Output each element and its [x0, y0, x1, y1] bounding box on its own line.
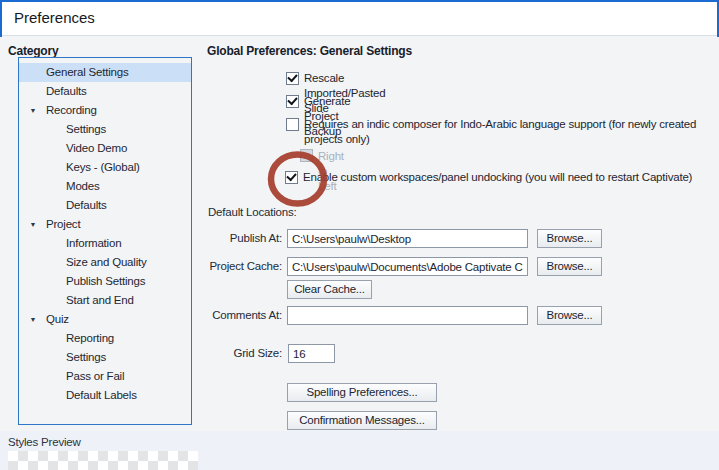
confirmation-messages-button[interactable]: Confirmation Messages... [287, 411, 437, 430]
project-cache-input[interactable] [287, 257, 528, 276]
category-item-settings[interactable]: Settings [19, 120, 191, 139]
category-item-label: Modes [66, 177, 100, 196]
category-header: Category [8, 44, 58, 58]
comments-at-input[interactable] [287, 306, 528, 325]
category-item-defaults[interactable]: Defaults [19, 196, 191, 215]
category-item-label: General Settings [46, 63, 128, 82]
category-item-pass-or-fail[interactable]: Pass or Fail [19, 367, 191, 386]
category-item-label: Defaults [46, 82, 87, 101]
category-item-general-settings[interactable]: General Settings [19, 63, 191, 82]
category-item-video-demo[interactable]: Video Demo [19, 139, 191, 158]
category-item-default-labels[interactable]: Default Labels [19, 386, 191, 405]
category-item-defaults[interactable]: Defaults [19, 82, 191, 101]
right-to-left-checkbox [300, 149, 313, 162]
expander-triangle-icon[interactable]: ▼ [26, 215, 40, 234]
project-cache-label: Project Cache: [190, 260, 282, 272]
category-item-label: Information [66, 234, 121, 253]
category-item-recording[interactable]: ▼Recording [19, 101, 191, 120]
category-item-start-and-end[interactable]: Start and End [19, 291, 191, 310]
expander-triangle-icon[interactable]: ▼ [26, 101, 40, 120]
preferences-dialog: Preferences Category General SettingsDef… [0, 0, 719, 470]
category-item-information[interactable]: Information [19, 234, 191, 253]
category-item-label: Quiz [46, 310, 69, 329]
category-item-keys-global[interactable]: Keys - (Global) [19, 158, 191, 177]
category-item-label: Recording [46, 101, 97, 120]
default-locations-label: Default Locations: [208, 206, 296, 218]
category-item-label: Project [46, 215, 80, 234]
category-list: General SettingsDefaults▼RecordingSettin… [18, 57, 192, 425]
rescale-imported-checkbox[interactable] [286, 72, 299, 85]
comments-at-label: Comments At: [190, 309, 282, 321]
checkbox-label: Enable custom workspaces/panel undocking… [303, 170, 692, 185]
dialog-title: Preferences [14, 9, 95, 26]
category-item-label: Defaults [66, 196, 107, 215]
category-item-label: Pass or Fail [66, 367, 124, 386]
expander-triangle-icon[interactable]: ▼ [26, 310, 40, 329]
grid-size-label: Grid Size: [190, 347, 282, 359]
category-item-settings[interactable]: Settings [19, 348, 191, 367]
project-cache-browse-button[interactable]: Browse... [537, 257, 602, 276]
indic-composer-checkbox[interactable] [286, 118, 299, 131]
category-item-label: Settings [66, 120, 106, 139]
category-item-quiz[interactable]: ▼Quiz [19, 310, 191, 329]
publish-at-browse-button[interactable]: Browse... [537, 229, 602, 248]
category-item-project[interactable]: ▼Project [19, 215, 191, 234]
category-item-modes[interactable]: Modes [19, 177, 191, 196]
category-item-label: Settings [66, 348, 106, 367]
enable-custom-workspaces-checkbox[interactable] [285, 171, 298, 184]
category-item-publish-settings[interactable]: Publish Settings [19, 272, 191, 291]
category-item-label: Publish Settings [66, 272, 145, 291]
category-item-label: Start and End [66, 291, 134, 310]
category-item-reporting[interactable]: Reporting [19, 329, 191, 348]
comments-at-browse-button[interactable]: Browse... [537, 306, 602, 325]
styles-preview-label: Styles Preview [8, 436, 81, 448]
category-item-label: Video Demo [66, 139, 127, 158]
category-item-label: Keys - (Global) [66, 158, 140, 177]
publish-at-label: Publish At: [190, 232, 282, 244]
styles-preview-swatch [8, 451, 198, 470]
spelling-preferences-button[interactable]: Spelling Preferences... [287, 383, 437, 402]
category-item-label: Reporting [66, 329, 114, 348]
titlebar: Preferences [2, 2, 717, 36]
category-item-label: Default Labels [66, 386, 137, 405]
page-title: Global Preferences: General Settings [207, 44, 412, 58]
category-item-size-and-quality[interactable]: Size and Quality [19, 253, 191, 272]
checkbox-label: Requires an indic composer for Indo-Arab… [304, 117, 718, 147]
publish-at-input[interactable] [287, 229, 528, 248]
category-item-label: Size and Quality [66, 253, 147, 272]
grid-size-input[interactable] [288, 344, 335, 363]
clear-cache-button[interactable]: Clear Cache... [287, 280, 372, 299]
generate-backup-checkbox[interactable] [286, 95, 299, 108]
